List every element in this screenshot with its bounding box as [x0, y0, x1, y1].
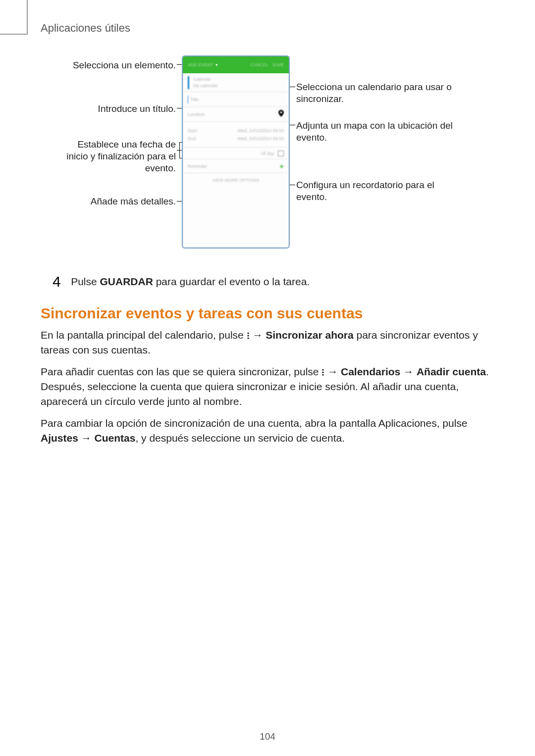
svg-point-3: [322, 369, 324, 370]
p3-c: Cuentas: [95, 432, 136, 444]
page-corner-horizontal: [0, 34, 28, 35]
callout-set-dates: Establece una fecha de inicio y finaliza…: [59, 139, 176, 174]
callout-enter-title: Introduce un título.: [59, 103, 176, 115]
end-label: End: [188, 136, 211, 141]
add-reminder-icon[interactable]: +: [279, 162, 284, 170]
diagram: Selecciona un elemento. Introduce un tít…: [59, 50, 476, 262]
p2-c: Añadir cuenta: [417, 366, 486, 377]
reminder-row[interactable]: Reminder +: [183, 159, 289, 173]
p3-arrow: →: [78, 432, 95, 444]
more-options-label: VIEW MORE OPTIONS: [212, 178, 260, 183]
location-field[interactable]: Location: [183, 107, 289, 122]
title-field[interactable]: Title: [183, 92, 289, 107]
svg-point-0: [247, 332, 249, 334]
p2-a: Para añadir cuentas con las que se quier…: [41, 366, 321, 377]
save-button[interactable]: SAVE: [272, 62, 289, 67]
step4-bold: GUARDAR: [100, 276, 153, 287]
chevron-down-icon[interactable]: ▾: [215, 62, 218, 67]
allday-label: All day: [261, 151, 274, 156]
p3-a: Para cambiar la opción de sincronización…: [41, 417, 468, 429]
cancel-button[interactable]: CANCEL: [246, 62, 272, 67]
p3-d: , y después seleccione un servicio de cu…: [135, 432, 345, 444]
topbar-dropdown[interactable]: Add event: [183, 62, 214, 67]
p1-b: Sincronizar ahora: [266, 329, 353, 341]
p2-arrow2: →: [400, 366, 417, 377]
phone-mockup: Add event ▾ CANCEL SAVE Calendar My cale…: [182, 55, 290, 249]
p1-arrow1: →: [250, 329, 266, 341]
p1-a: En la pantalla principal del calendario,…: [41, 329, 247, 341]
svg-point-4: [322, 371, 324, 373]
allday-row[interactable]: All day: [183, 148, 289, 159]
svg-point-1: [247, 335, 249, 336]
end-value: Wed, 24/12/2014 09:00: [211, 136, 284, 141]
page-corner-vertical: [27, 0, 28, 35]
start-label: Start: [188, 128, 211, 133]
calendar-select-row[interactable]: Calendar My calendar: [183, 73, 289, 92]
event-topbar: Add event ▾ CANCEL SAVE: [183, 56, 289, 73]
callout-add-details: Añade más detalles.: [59, 196, 176, 207]
p2-arrow1: →: [324, 366, 341, 377]
paragraph-2: Para añadir cuentas con las que se quier…: [41, 364, 494, 409]
allday-checkbox[interactable]: [278, 151, 284, 156]
text-cursor: [188, 96, 188, 103]
chapter-title: Aplicaciones útiles: [41, 22, 130, 35]
p3-b: Ajustes: [41, 432, 78, 444]
step4-before: Pulse: [71, 276, 100, 287]
reminder-label: Reminder: [188, 164, 279, 169]
calendar-line2: My calendar: [193, 83, 217, 89]
paragraph-3: Para cambiar la opción de sincronización…: [41, 416, 494, 446]
callout-set-reminder: Configura un recordatorio para el evento…: [296, 179, 455, 203]
callout-select-element: Selecciona un elemento.: [59, 59, 176, 71]
step4-after: para guardar el evento o la tarea.: [153, 276, 310, 287]
start-value: Wed, 24/12/2014 08:00: [211, 128, 284, 133]
step-4: 4 Pulse GUARDAR para guardar el evento o…: [53, 272, 494, 289]
page-number: 104: [0, 731, 535, 742]
step-number: 4: [53, 273, 61, 290]
calendar-color-mark: [188, 76, 189, 89]
callout-attach-map: Adjunta un mapa con la ubicación del eve…: [296, 120, 455, 144]
calendar-line1: Calendar: [193, 76, 217, 83]
p2-b: Calendarios: [341, 366, 400, 377]
svg-point-2: [247, 337, 249, 339]
more-options-row[interactable]: VIEW MORE OPTIONS: [183, 173, 289, 187]
location-pin-icon[interactable]: [278, 110, 284, 118]
paragraph-1: En la pantalla principal del calendario,…: [41, 328, 494, 357]
dates-row[interactable]: Start Wed, 24/12/2014 08:00 End Wed, 24/…: [183, 122, 289, 148]
title-placeholder: Title: [190, 97, 199, 102]
section-heading: Sincronizar eventos y tareas con sus cue…: [41, 305, 363, 322]
svg-point-5: [322, 374, 324, 375]
callout-select-calendar: Selecciona un calendario para usar o sin…: [296, 81, 455, 105]
location-label: Location: [188, 112, 278, 117]
leader-tick: [179, 142, 180, 158]
